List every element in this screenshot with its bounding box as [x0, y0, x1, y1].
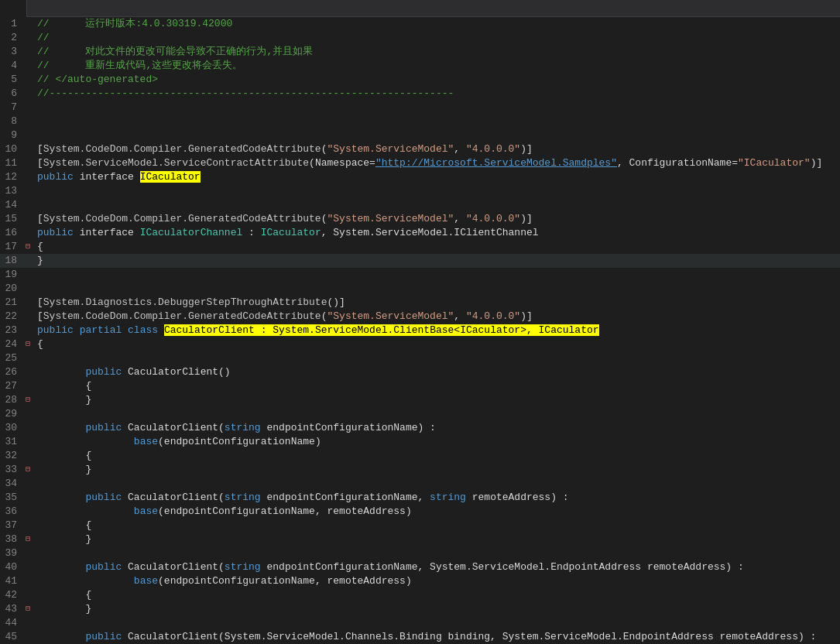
code-text: } [34, 602, 840, 616]
line-number: 18 [0, 254, 22, 268]
gutter-icon [22, 59, 34, 73]
gutter-icon [22, 616, 34, 630]
gutter-icon [22, 17, 34, 31]
code-line: 30 public CaculatorClient(string endpoin… [0, 421, 840, 435]
line-number: 14 [0, 198, 22, 212]
code-text: [System.CodeDom.Compiler.GeneratedCodeAt… [34, 310, 840, 324]
code-text [34, 184, 840, 198]
file-tab[interactable] [0, 0, 27, 17]
gutter-icon[interactable]: ⊟ [22, 602, 34, 616]
gutter-icon [22, 630, 34, 644]
gutter-icon[interactable]: ⊟ [22, 240, 34, 254]
code-line: 42 { [0, 588, 840, 602]
gutter-icon [22, 365, 34, 379]
code-text: public partial class CaculatorClient : S… [34, 324, 840, 337]
code-line: 35 public CaculatorClient(string endpoin… [0, 491, 840, 505]
code-text: [System.ServiceModel.ServiceContractAttr… [34, 156, 840, 170]
code-line: 45 public CaculatorClient(System.Service… [0, 630, 840, 644]
code-line: 23public partial class CaculatorClient :… [0, 324, 840, 337]
gutter-icon [22, 87, 34, 101]
code-text: public CaculatorClient(string endpointCo… [34, 421, 840, 435]
code-line: 26 public CaculatorClient() [0, 365, 840, 379]
code-text: // </auto-generated> [34, 73, 840, 87]
line-number: 36 [0, 505, 22, 519]
gutter-icon [22, 560, 34, 574]
line-number: 25 [0, 351, 22, 365]
line-number: 37 [0, 519, 22, 533]
tab-close-button[interactable] [9, 3, 20, 14]
line-number: 10 [0, 142, 22, 156]
code-line: 37 { [0, 519, 840, 533]
gutter-icon [22, 588, 34, 602]
line-number: 9 [0, 128, 22, 142]
line-number: 4 [0, 59, 22, 73]
code-text: public CaculatorClient(System.ServiceMod… [34, 630, 840, 644]
gutter-icon [22, 435, 34, 449]
code-line: 6//-------------------------------------… [0, 87, 840, 101]
code-line: 31 base(endpointConfigurationName) [0, 435, 840, 449]
line-number: 15 [0, 212, 22, 226]
gutter-icon[interactable]: ⊟ [22, 393, 34, 407]
gutter-icon[interactable]: ⊟ [22, 463, 34, 477]
line-number: 43 [0, 602, 22, 616]
code-line: 19 [0, 268, 840, 282]
line-number: 42 [0, 588, 22, 602]
gutter-icon [22, 505, 34, 519]
code-line: 43⊟ } [0, 602, 840, 616]
code-line: 21[System.Diagnostics.DebuggerStepThroug… [0, 296, 840, 310]
gutter-icon [22, 282, 34, 296]
code-line: 9 [0, 128, 840, 142]
code-text: public CaculatorClient(string endpointCo… [34, 560, 840, 574]
code-text: { [34, 519, 840, 533]
code-line: 4// 重新生成代码,这些更改将会丢失。 [0, 59, 840, 73]
gutter-icon [22, 324, 34, 337]
line-number: 19 [0, 268, 22, 282]
gutter-icon [22, 198, 34, 212]
gutter-icon[interactable]: ⊟ [22, 337, 34, 351]
gutter-icon [22, 156, 34, 170]
code-line: 14 [0, 198, 840, 212]
line-number: 21 [0, 296, 22, 310]
line-number: 5 [0, 73, 22, 87]
code-text: { [34, 588, 840, 602]
code-text: base(endpointConfigurationName, remoteAd… [34, 574, 840, 588]
gutter-icon[interactable]: ⊟ [22, 533, 34, 546]
gutter-icon [22, 212, 34, 226]
gutter-icon [22, 477, 34, 491]
code-text: [System.Diagnostics.DebuggerStepThroughA… [34, 296, 840, 310]
line-number: 22 [0, 310, 22, 324]
code-text: { [34, 337, 840, 351]
code-line: 10[System.CodeDom.Compiler.GeneratedCode… [0, 142, 840, 156]
gutter-icon [22, 170, 34, 184]
code-text [34, 351, 840, 365]
code-line: 27 { [0, 379, 840, 393]
gutter-icon [22, 73, 34, 87]
code-line: 24⊟{ [0, 337, 840, 351]
line-number: 41 [0, 574, 22, 588]
code-line: 16public interface ICaculatorChannel : I… [0, 226, 840, 240]
code-line: 11[System.ServiceModel.ServiceContractAt… [0, 156, 840, 170]
code-line: 18} [0, 254, 840, 268]
line-number: 11 [0, 156, 22, 170]
code-text: public interface ICaculator [34, 170, 840, 184]
code-text: // 运行时版本:4.0.30319.42000 [34, 17, 840, 31]
gutter-icon [22, 407, 34, 421]
code-line: 22[System.CodeDom.Compiler.GeneratedCode… [0, 310, 840, 324]
code-line: 13 [0, 184, 840, 198]
code-text: [System.CodeDom.Compiler.GeneratedCodeAt… [34, 212, 840, 226]
code-text: } [34, 463, 840, 477]
line-number: 32 [0, 449, 22, 463]
gutter-icon [22, 449, 34, 463]
code-text: base(endpointConfigurationName, remoteAd… [34, 505, 840, 519]
line-number: 20 [0, 282, 22, 296]
line-number: 24 [0, 337, 22, 351]
code-text: public CaculatorClient() [34, 365, 840, 379]
gutter-icon [22, 519, 34, 533]
gutter-icon [22, 45, 34, 59]
code-text [34, 268, 840, 282]
gutter-icon [22, 574, 34, 588]
code-line: 32 { [0, 449, 840, 463]
gutter-icon [22, 310, 34, 324]
line-number: 31 [0, 435, 22, 449]
code-text [34, 198, 840, 212]
